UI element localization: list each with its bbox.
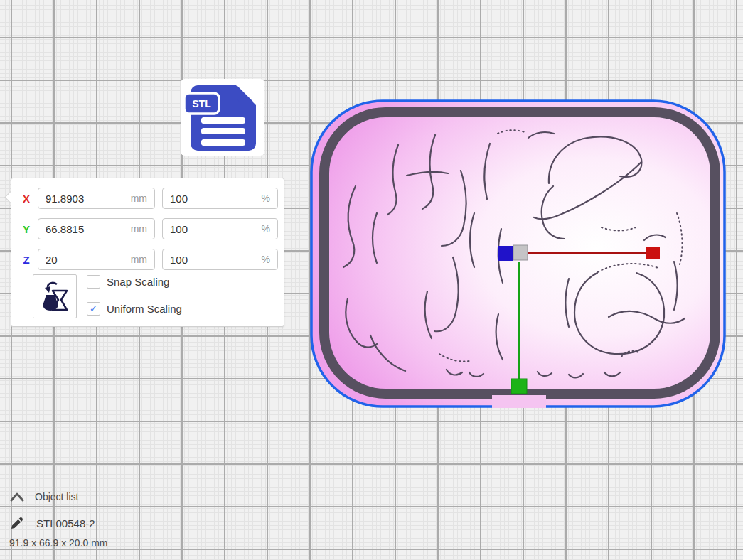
z-size-input[interactable] [46, 254, 125, 266]
y-size-field[interactable]: mm [38, 218, 155, 239]
stl-document-icon: STL [181, 79, 264, 156]
y-percent-unit: % [262, 223, 270, 235]
snap-scaling-label: Snap Scaling [107, 276, 169, 288]
scale-row-x: X mm % [21, 188, 284, 209]
y-percent-input[interactable] [170, 223, 256, 235]
x-size-field[interactable]: mm [38, 188, 155, 209]
reset-scale-button[interactable] [33, 274, 77, 318]
z-percent-input[interactable] [170, 254, 256, 266]
scale-handle-y[interactable] [511, 379, 527, 394]
x-percent-unit: % [262, 193, 270, 204]
scale-row-z: Z mm % [21, 249, 284, 270]
y-percent-field[interactable]: % [162, 218, 278, 239]
scale-handle-x[interactable] [646, 247, 660, 259]
x-size-unit: mm [131, 193, 147, 204]
x-size-input[interactable] [46, 193, 125, 205]
pencil-icon[interactable] [10, 516, 24, 530]
axis-label-y: Y [21, 223, 32, 235]
stl-file-icon[interactable]: STL [181, 79, 264, 156]
x-percent-field[interactable]: % [162, 188, 278, 209]
object-dimensions: 91.9 x 66.9 x 20.0 mm [9, 537, 108, 549]
scaling-options: Snap Scaling ✓ Uniform Scaling [87, 274, 182, 328]
z-size-unit: mm [131, 254, 147, 265]
y-size-unit: mm [131, 223, 147, 235]
z-size-field[interactable]: mm [38, 249, 155, 270]
z-percent-unit: % [262, 254, 270, 265]
object-list-item[interactable]: STL00548-2 [10, 516, 95, 530]
stl-label: STL [192, 98, 211, 109]
chevron-up-icon [10, 492, 24, 502]
snap-scaling-checkbox[interactable] [87, 275, 100, 289]
uniform-scaling-checkbox[interactable]: ✓ [87, 302, 100, 316]
object-list-label: Object list [35, 491, 78, 502]
snap-scaling-row[interactable]: Snap Scaling [87, 274, 182, 289]
x-percent-input[interactable] [170, 193, 256, 205]
check-icon: ✓ [90, 303, 98, 313]
z-percent-field[interactable]: % [162, 249, 278, 270]
reset-scale-icon [40, 279, 70, 313]
scale-handle-center[interactable] [513, 245, 528, 260]
uniform-scaling-row[interactable]: ✓ Uniform Scaling [87, 301, 182, 316]
scale-row-y: Y mm % [21, 218, 284, 239]
object-list-toggle[interactable]: Object list [10, 491, 78, 502]
scale-tool-panel: X mm % Y mm % Z mm [11, 178, 284, 327]
uniform-scaling-label: Uniform Scaling [107, 303, 182, 315]
y-size-input[interactable] [46, 223, 125, 235]
viewport-3d[interactable]: STL X mm % Y mm % [0, 0, 743, 560]
axis-label-x: X [21, 193, 32, 205]
outline-gap [492, 395, 546, 408]
axis-label-z: Z [21, 254, 32, 266]
scale-handle-z[interactable] [498, 246, 513, 261]
object-name: STL00548-2 [36, 517, 95, 529]
